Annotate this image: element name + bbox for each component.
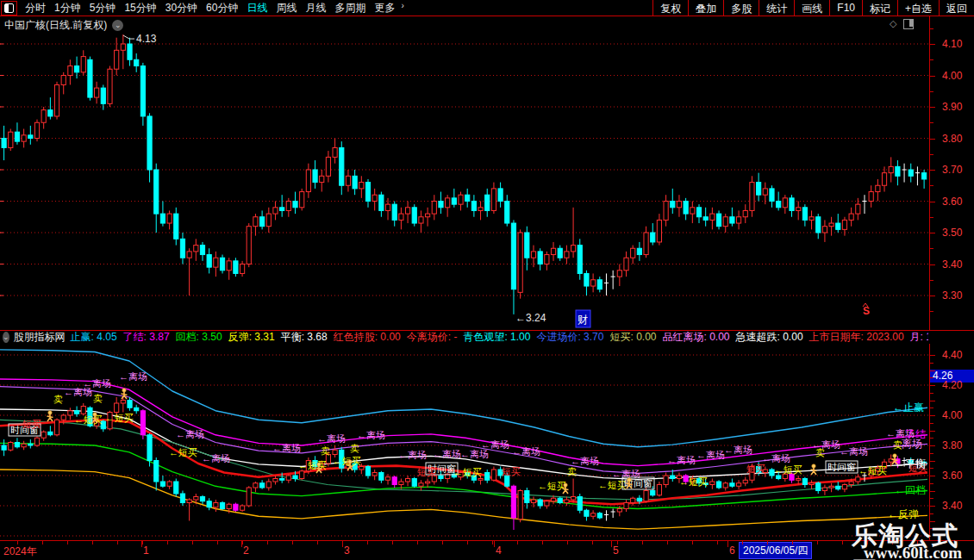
axis-tick xyxy=(930,415,935,416)
period-tab-5分钟[interactable]: 5分钟 xyxy=(90,1,116,16)
axis-tick xyxy=(930,122,933,123)
candle-down xyxy=(392,204,396,220)
axis-tick xyxy=(930,377,933,378)
figure-head xyxy=(348,460,353,464)
date-tick xyxy=(42,541,43,544)
menu-item-复权[interactable]: 复权 xyxy=(652,0,688,16)
menu-item-+自选[interactable]: +自选 xyxy=(897,0,939,16)
axis-tick xyxy=(930,311,933,312)
indicator-chart[interactable]: 卖←离场卖←离场←离场←短买←短买时间窗短买←离场←短买←离场←离场←离场←离场… xyxy=(0,344,928,540)
axis-label-3.60: 3.60 xyxy=(942,470,962,482)
candle-up xyxy=(849,214,853,220)
candle-up xyxy=(518,233,522,292)
signal-←离场: ←离场 xyxy=(460,449,489,459)
candle-down xyxy=(15,443,19,447)
candle-up xyxy=(478,479,483,481)
candle-down xyxy=(280,208,284,211)
candle-down xyxy=(147,435,152,461)
axis-tick xyxy=(930,264,935,265)
main-gridlines xyxy=(0,44,928,296)
date-highlight: 2025/06/05/四 xyxy=(739,542,812,559)
date-tick xyxy=(17,541,18,544)
axis-label-3.80: 3.80 xyxy=(942,133,962,145)
period-tab-月线[interactable]: 月线 xyxy=(305,1,326,16)
candle-up xyxy=(664,202,668,221)
period-tab-30分钟[interactable]: 30分钟 xyxy=(165,1,197,16)
menu-item-统计[interactable]: 统计 xyxy=(759,0,794,16)
period-tab-15分钟[interactable]: 15分钟 xyxy=(124,1,156,16)
candle-up xyxy=(796,208,801,211)
date-tick xyxy=(517,541,518,544)
candle-up xyxy=(240,264,244,274)
axis-tick xyxy=(930,468,933,469)
candle-up xyxy=(34,122,39,138)
figure-icon xyxy=(122,389,128,399)
candle-down xyxy=(154,461,159,482)
date-tick xyxy=(542,541,543,544)
signal-←短买: ←短买 xyxy=(105,413,134,423)
axis-label-3.40: 3.40 xyxy=(942,500,962,512)
candle-down xyxy=(558,248,562,258)
candle-up xyxy=(783,198,787,208)
main-candlestick-chart[interactable]: 4.13←3.24财S xyxy=(0,16,928,330)
axis-tick xyxy=(930,513,933,514)
menu-item-标记[interactable]: 标记 xyxy=(862,0,897,16)
candle-down xyxy=(538,500,542,506)
candle-down xyxy=(220,503,224,509)
diamond-icon[interactable]: ◇ xyxy=(890,18,896,29)
candle-up xyxy=(882,173,886,186)
candle-up xyxy=(333,147,337,157)
watermark-url: www.60lt.com xyxy=(864,544,962,560)
candle-up xyxy=(306,170,310,192)
candle-up xyxy=(723,483,727,488)
signal-←离场: ←离场 xyxy=(176,429,204,439)
menu-item-画线[interactable]: 画线 xyxy=(794,0,829,16)
signal-卖: 卖 xyxy=(321,445,330,456)
period-tab-更多[interactable]: 更多 xyxy=(374,1,395,16)
period-tab-周线[interactable]: 周线 xyxy=(276,1,297,16)
candle-up xyxy=(266,482,271,488)
date-tick xyxy=(567,541,568,544)
period-tab-多周期[interactable]: 多周期 xyxy=(334,1,365,16)
candle-up xyxy=(273,479,278,482)
axis-label-3.30: 3.30 xyxy=(942,289,962,302)
candle-down xyxy=(770,189,774,202)
signal-←离场: ←离场 xyxy=(571,456,599,466)
field-月: 月: 10.0 xyxy=(910,331,928,343)
signal-卖: 卖 xyxy=(93,393,103,403)
axis-tick xyxy=(930,44,935,45)
band-label-回档: ←回档 xyxy=(895,484,926,496)
candle-up xyxy=(591,280,596,286)
date-tick xyxy=(117,541,118,544)
menu-item-叠加[interactable]: 叠加 xyxy=(688,0,723,16)
axis-tick xyxy=(930,91,933,92)
candle-down xyxy=(147,116,152,170)
menu-item-F10[interactable]: F10 xyxy=(829,0,862,16)
signal-←短买: ←短买 xyxy=(169,447,197,457)
axis-tick xyxy=(930,506,935,507)
axis-tick xyxy=(930,154,933,155)
axis-tick xyxy=(930,401,935,401)
candle-up xyxy=(247,488,251,506)
candle-down xyxy=(505,202,509,224)
candle-up xyxy=(856,477,860,482)
split-window-icon[interactable] xyxy=(903,19,914,29)
period-tab-1分钟[interactable]: 1分钟 xyxy=(54,1,81,16)
candle-up xyxy=(849,482,853,485)
panel-layout-icon[interactable] xyxy=(1,1,17,16)
candle-down xyxy=(908,170,913,176)
window-corner-icons: ◇ xyxy=(890,18,914,29)
axis-tick xyxy=(930,393,933,394)
period-tab-60分钟[interactable]: 60分钟 xyxy=(206,1,238,16)
chevron-down-icon[interactable]: ⌄ xyxy=(112,20,123,31)
menu-item-返回[interactable]: 返回 xyxy=(939,0,974,16)
period-tab-分时[interactable]: 分时 xyxy=(25,1,46,16)
candle-up xyxy=(68,66,72,76)
menu-item-多股[interactable]: 多股 xyxy=(723,0,759,16)
chevron-down-icon[interactable]: ⌄ xyxy=(3,332,9,343)
signal-短买: 短买 xyxy=(746,464,765,474)
candle-up xyxy=(187,500,191,503)
period-tab-日线[interactable]: 日线 xyxy=(247,1,267,16)
date-axis[interactable]: 2024年 2025/06/05/四 123456 xyxy=(0,540,974,560)
date-tick xyxy=(192,541,193,544)
